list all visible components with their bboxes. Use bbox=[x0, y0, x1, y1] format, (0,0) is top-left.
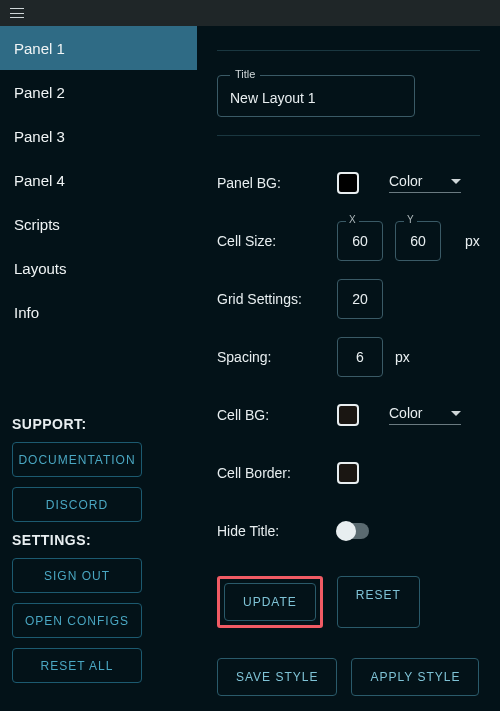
cell-bg-mode-select[interactable]: Color bbox=[389, 405, 461, 425]
discord-button[interactable]: DISCORD bbox=[12, 487, 142, 522]
reset-all-button[interactable]: RESET ALL bbox=[12, 648, 142, 683]
cell-size-y-field[interactable]: Y bbox=[395, 221, 441, 261]
divider bbox=[217, 50, 480, 51]
chevron-down-icon bbox=[451, 179, 461, 184]
panel-bg-mode-select[interactable]: Color bbox=[389, 173, 461, 193]
spacing-label: Spacing: bbox=[217, 349, 337, 365]
panel-bg-label: Panel BG: bbox=[217, 175, 337, 191]
row-cell-bg: Cell BG: Color bbox=[217, 386, 480, 444]
sidebar-item-panel-1[interactable]: Panel 1 bbox=[0, 26, 197, 70]
cell-size-x-legend: X bbox=[346, 214, 359, 225]
toggle-knob bbox=[336, 521, 356, 541]
update-highlight: UPDATE bbox=[217, 576, 323, 628]
row-spacing: Spacing: px bbox=[217, 328, 480, 386]
sidebar-item-scripts[interactable]: Scripts bbox=[0, 202, 197, 246]
sidebar: Panel 1 Panel 2 Panel 3 Panel 4 Scripts … bbox=[0, 26, 197, 711]
support-heading: SUPPORT: bbox=[12, 416, 185, 432]
spacing-input[interactable] bbox=[338, 349, 382, 365]
panel-bg-mode-label: Color bbox=[389, 173, 422, 189]
grid-input[interactable] bbox=[338, 291, 382, 307]
row-panel-bg: Panel BG: Color bbox=[217, 154, 480, 212]
settings-heading: SETTINGS: bbox=[12, 532, 185, 548]
hamburger-icon[interactable] bbox=[10, 8, 24, 18]
apply-style-button[interactable]: APPLY STYLE bbox=[351, 658, 479, 696]
sidebar-bottom: SUPPORT: DOCUMENTATION DISCORD SETTINGS:… bbox=[0, 406, 197, 711]
cell-border-label: Cell Border: bbox=[217, 465, 337, 481]
documentation-button[interactable]: DOCUMENTATION bbox=[12, 442, 142, 477]
update-button[interactable]: UPDATE bbox=[224, 583, 316, 621]
hide-title-toggle[interactable] bbox=[337, 523, 369, 539]
main: Panel 1 Panel 2 Panel 3 Panel 4 Scripts … bbox=[0, 26, 500, 711]
cell-bg-mode-label: Color bbox=[389, 405, 422, 421]
grid-label: Grid Settings: bbox=[217, 291, 337, 307]
cell-size-y-legend: Y bbox=[404, 214, 417, 225]
cell-size-unit: px bbox=[465, 233, 480, 249]
cell-size-y-input[interactable] bbox=[396, 233, 440, 249]
reset-button[interactable]: RESET bbox=[337, 576, 420, 628]
sidebar-item-panel-2[interactable]: Panel 2 bbox=[0, 70, 197, 114]
sidebar-nav: Panel 1 Panel 2 Panel 3 Panel 4 Scripts … bbox=[0, 26, 197, 334]
cell-bg-swatch[interactable] bbox=[337, 404, 359, 426]
cell-size-label: Cell Size: bbox=[217, 233, 337, 249]
cell-border-swatch[interactable] bbox=[337, 462, 359, 484]
grid-field[interactable] bbox=[337, 279, 383, 319]
sidebar-item-info[interactable]: Info bbox=[0, 290, 197, 334]
cell-bg-label: Cell BG: bbox=[217, 407, 337, 423]
title-legend: Title bbox=[230, 68, 260, 80]
panel-bg-swatch[interactable] bbox=[337, 172, 359, 194]
sidebar-item-panel-4[interactable]: Panel 4 bbox=[0, 158, 197, 202]
title-input[interactable] bbox=[230, 90, 402, 106]
hide-title-label: Hide Title: bbox=[217, 523, 337, 539]
cell-size-x-input[interactable] bbox=[338, 233, 382, 249]
open-configs-button[interactable]: OPEN CONFIGS bbox=[12, 603, 142, 638]
row-hide-title: Hide Title: bbox=[217, 502, 480, 560]
chevron-down-icon bbox=[451, 411, 461, 416]
save-style-button[interactable]: SAVE STYLE bbox=[217, 658, 337, 696]
topbar bbox=[0, 0, 500, 26]
action-row-1: UPDATE RESET bbox=[217, 576, 480, 628]
spacing-field[interactable] bbox=[337, 337, 383, 377]
sidebar-item-layouts[interactable]: Layouts bbox=[0, 246, 197, 290]
spacing-unit: px bbox=[395, 349, 410, 365]
row-grid: Grid Settings: bbox=[217, 270, 480, 328]
row-cell-border: Cell Border: bbox=[217, 444, 480, 502]
sign-out-button[interactable]: SIGN OUT bbox=[12, 558, 142, 593]
title-field[interactable]: Title bbox=[217, 75, 415, 117]
divider bbox=[217, 135, 480, 136]
sidebar-item-panel-3[interactable]: Panel 3 bbox=[0, 114, 197, 158]
cell-size-x-field[interactable]: X bbox=[337, 221, 383, 261]
row-cell-size: Cell Size: X Y px bbox=[217, 212, 480, 270]
content: Title Panel BG: Color Cell Size: X Y bbox=[197, 26, 500, 711]
action-row-2: SAVE STYLE APPLY STYLE bbox=[217, 658, 480, 696]
